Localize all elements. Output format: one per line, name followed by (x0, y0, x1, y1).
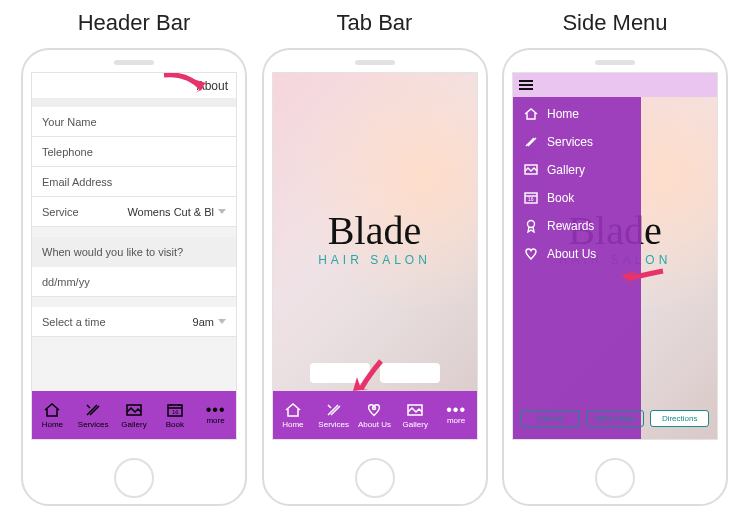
column-title-side: Side Menu (562, 10, 667, 36)
menu-services[interactable]: Services (523, 135, 631, 149)
screen-2: Blade HAIR SALON Home Services (272, 72, 478, 440)
home-button (114, 458, 154, 498)
menu-rewards[interactable]: Rewards (523, 219, 631, 233)
tab-services[interactable]: Services (74, 402, 112, 429)
column-title-header: Header Bar (78, 10, 191, 36)
menu-about[interactable]: About Us (523, 247, 631, 261)
visit-question: When would you like to visit? (32, 237, 236, 267)
call-button[interactable]: Call Us (521, 410, 580, 427)
hamburger-icon[interactable] (519, 80, 533, 90)
svg-text:16: 16 (172, 409, 179, 415)
phone-speaker (595, 60, 635, 65)
phone-speaker (355, 60, 395, 65)
sms-button[interactable]: SMS Share (586, 410, 645, 427)
tab-home[interactable]: Home (33, 402, 71, 429)
telephone-field[interactable]: Telephone (32, 137, 236, 167)
more-icon: ••• (446, 406, 466, 414)
booking-form: Your Name Telephone Email Address Servic… (32, 107, 236, 391)
phone-frame-1: About Your Name Telephone Email Address … (21, 48, 247, 506)
arrow-annotation-3 (613, 265, 669, 295)
svg-text:16: 16 (528, 196, 534, 202)
pill-button[interactable] (380, 363, 440, 383)
header-bar-3 (513, 73, 717, 97)
date-field[interactable]: dd/mm/yy (32, 267, 236, 297)
arrow-annotation-1 (160, 72, 210, 101)
name-field[interactable]: Your Name (32, 107, 236, 137)
tab-bar-1: Home Services Gallery 16 Book ••• more (32, 391, 236, 439)
tab-gallery[interactable]: Gallery (396, 402, 434, 429)
tab-gallery[interactable]: Gallery (115, 402, 153, 429)
phone-frame-3: Blade HAIR SALON Home Services Gallery (502, 48, 728, 506)
time-select[interactable]: Select a time 9am (32, 307, 236, 337)
arrow-annotation-2 (349, 357, 389, 399)
svg-point-3 (373, 406, 376, 409)
svg-point-8 (528, 221, 535, 228)
screen-1: About Your Name Telephone Email Address … (31, 72, 237, 440)
home-button (595, 458, 635, 498)
service-select[interactable]: Service Womens Cut & Bl (32, 197, 236, 227)
more-icon: ••• (206, 406, 226, 414)
tab-book[interactable]: 16 Book (156, 402, 194, 429)
menu-home[interactable]: Home (523, 107, 631, 121)
brand-logo: Blade HAIR SALON (273, 213, 477, 267)
phone-frame-2: Blade HAIR SALON Home Services (262, 48, 488, 506)
tab-home[interactable]: Home (274, 402, 312, 429)
menu-book[interactable]: 16 Book (523, 191, 631, 205)
tab-more[interactable]: ••• more (437, 406, 475, 425)
email-field[interactable]: Email Address (32, 167, 236, 197)
directions-button[interactable]: Directions (650, 410, 709, 427)
column-title-tab: Tab Bar (337, 10, 413, 36)
menu-gallery[interactable]: Gallery (523, 163, 631, 177)
screen-3: Blade HAIR SALON Home Services Gallery (512, 72, 718, 440)
tab-services[interactable]: Services (315, 402, 353, 429)
chevron-down-icon (218, 209, 226, 214)
chevron-down-icon (218, 319, 226, 324)
action-buttons: Call Us SMS Share Directions (513, 410, 717, 427)
tab-about[interactable]: About Us (355, 402, 393, 429)
tab-more[interactable]: ••• more (197, 406, 235, 425)
phone-speaker (114, 60, 154, 65)
home-button (355, 458, 395, 498)
